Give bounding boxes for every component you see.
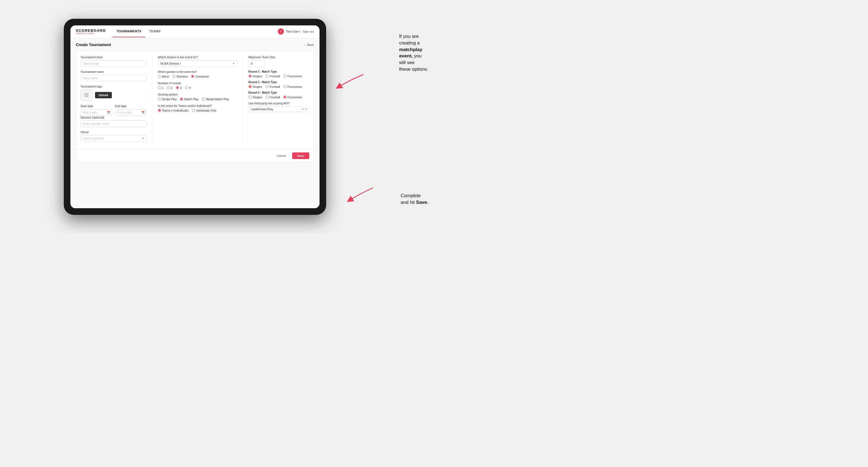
navbar: SCOREBOARD Powered by clippd TOURNAMENTS… xyxy=(70,25,319,38)
round3-singles-label: Singles xyxy=(253,96,262,99)
brand-title: SCOREBOARD xyxy=(76,29,106,32)
tablet-frame: SCOREBOARD Powered by clippd TOURNAMENTS… xyxy=(64,19,326,215)
round-4-label: 4 xyxy=(189,86,191,90)
page-header: Create Tournament ← Back xyxy=(76,42,314,47)
scoring-match-radio[interactable] xyxy=(180,97,183,100)
logo-preview: 🖼 xyxy=(81,90,92,101)
round1-match-type: Round 1 - Match Type Singles Fourball xyxy=(249,70,309,78)
teams-group: Is this event for Teams and/or Individua… xyxy=(158,104,237,112)
scoring-stroke[interactable]: Stroke Play xyxy=(158,97,177,101)
round1-foursomes-radio[interactable] xyxy=(283,74,286,77)
round-3-label: 3 xyxy=(180,86,182,90)
scoring-match[interactable]: Match Play xyxy=(180,97,198,101)
logo-upload-row: 🖼 Upload xyxy=(81,90,147,101)
round-2-radio[interactable] xyxy=(167,86,170,89)
round-4-radio[interactable] xyxy=(185,86,188,89)
round-1[interactable]: 1 xyxy=(158,86,164,90)
gender-combined[interactable]: Combined xyxy=(191,75,209,78)
scoring-medal-radio[interactable] xyxy=(202,97,205,100)
tournament-host-label: Tournament Host xyxy=(81,56,147,59)
start-date-group: Start date 📅 xyxy=(81,104,113,116)
scoring-medal[interactable]: Medal Match Play xyxy=(202,97,229,101)
upload-button[interactable]: Upload xyxy=(95,92,112,98)
round2-radio-group: Singles Fourball Foursomes xyxy=(249,85,309,88)
max-team-size-input[interactable] xyxy=(249,60,265,67)
round-1-label: 1 xyxy=(162,86,164,90)
user-name: Test User | xyxy=(286,30,301,33)
sponsor-input[interactable] xyxy=(81,120,147,127)
individuals-only-radio[interactable] xyxy=(192,109,195,112)
round1-fourball[interactable]: Fourball xyxy=(266,74,280,78)
gender-womens-radio[interactable] xyxy=(172,75,175,78)
max-team-size-label: Maximum Team Size xyxy=(249,56,309,59)
col-mid: Which division is the event for? NCAA Di… xyxy=(152,56,243,145)
teams-radio-group: Teams (+Individuals) Individuals Only xyxy=(158,109,237,112)
round3-singles-radio[interactable] xyxy=(249,96,252,99)
teams-plus-ind-label: Teams (+Individuals) xyxy=(162,109,189,112)
round2-singles[interactable]: Singles xyxy=(249,85,262,88)
round1-fourball-label: Fourball xyxy=(270,74,280,78)
form-body: Tournament Host Tournament name Tourname… xyxy=(76,51,314,149)
round3-fourball-radio[interactable] xyxy=(266,96,269,99)
round3-singles[interactable]: Singles xyxy=(249,96,262,99)
scoring-radio-group: Stroke Play Match Play Medal Match Play xyxy=(158,97,237,101)
round2-match-type: Round 2 - Match Type Singles Fourball xyxy=(249,81,309,88)
round-2[interactable]: 2 xyxy=(167,86,173,90)
round1-singles-radio[interactable] xyxy=(249,74,252,77)
round-1-radio[interactable] xyxy=(158,86,161,89)
nav-links: TOURNAMENTS TEAMS xyxy=(113,26,278,37)
nav-tournaments[interactable]: TOURNAMENTS xyxy=(113,26,145,37)
gender-mens-radio[interactable] xyxy=(158,75,161,78)
tournament-name-group: Tournament name xyxy=(81,70,147,82)
division-label: Which division is the event for? xyxy=(158,56,237,59)
tournament-host-input[interactable] xyxy=(81,60,147,67)
rounds-label: Number of rounds xyxy=(158,82,237,85)
round2-fourball[interactable]: Fourball xyxy=(266,85,280,88)
round3-foursomes-radio[interactable] xyxy=(283,96,286,99)
teams-plus-ind[interactable]: Teams (+Individuals) xyxy=(158,109,189,112)
tournament-name-input[interactable] xyxy=(81,75,147,82)
page-title: Create Tournament xyxy=(76,42,111,47)
scoring-medal-label: Medal Match Play xyxy=(206,97,229,101)
round1-singles[interactable]: Singles xyxy=(249,74,262,78)
scoring-stroke-radio[interactable] xyxy=(158,97,161,100)
start-date-wrapper: 📅 xyxy=(81,109,113,116)
api-arrow-icon: ▼ xyxy=(305,108,307,111)
scoring-group: Scoring system Stroke Play Match Play xyxy=(158,93,237,101)
round2-singles-radio[interactable] xyxy=(249,85,252,88)
round1-fourball-radio[interactable] xyxy=(266,74,269,77)
gender-mens[interactable]: Mens xyxy=(158,75,169,78)
round-3[interactable]: 3 xyxy=(176,86,182,90)
individuals-only[interactable]: Individuals Only xyxy=(192,109,217,112)
brand: SCOREBOARD Powered by clippd xyxy=(76,29,106,34)
end-date-wrapper: 📅 xyxy=(115,109,147,116)
api-select-wrapper[interactable]: Leaderboard King ✕ ▼ xyxy=(249,106,309,112)
round2-foursomes[interactable]: Foursomes xyxy=(283,85,302,88)
round2-fourball-radio[interactable] xyxy=(266,85,269,88)
api-value: Leaderboard King xyxy=(251,108,273,111)
round2-label: Round 2 - Match Type xyxy=(249,81,309,84)
nav-teams[interactable]: TEAMS xyxy=(145,26,164,37)
gender-womens[interactable]: Womens xyxy=(172,75,188,78)
cancel-button[interactable]: Cancel xyxy=(273,152,290,159)
gender-combined-label: Combined xyxy=(195,75,209,78)
round1-foursomes[interactable]: Foursomes xyxy=(283,74,302,78)
round3-foursomes[interactable]: Foursomes xyxy=(283,96,302,99)
venue-input[interactable] xyxy=(81,135,147,142)
scoring-match-label: Match Play xyxy=(184,97,198,101)
round-3-radio[interactable] xyxy=(176,86,179,89)
round2-foursomes-radio[interactable] xyxy=(283,85,286,88)
round-4[interactable]: 4 xyxy=(185,86,191,90)
annotation-matchplay: If you arecreating amatchplayevent, youw… xyxy=(399,33,428,73)
api-clear-icon[interactable]: ✕ xyxy=(302,108,304,111)
division-select[interactable]: NCAA Division I xyxy=(158,60,237,67)
signout-link[interactable]: Sign out xyxy=(303,30,314,33)
round3-fourball[interactable]: Fourball xyxy=(266,96,280,99)
sponsor-group: Sponsor (optional) xyxy=(81,116,147,127)
back-link[interactable]: ← Back xyxy=(303,43,314,46)
sponsor-label: Sponsor (optional) xyxy=(81,116,147,119)
gender-combined-radio[interactable] xyxy=(191,75,194,78)
scoring-stroke-label: Stroke Play xyxy=(162,97,177,101)
save-button[interactable]: Save xyxy=(292,152,309,159)
teams-plus-ind-radio[interactable] xyxy=(158,109,161,112)
